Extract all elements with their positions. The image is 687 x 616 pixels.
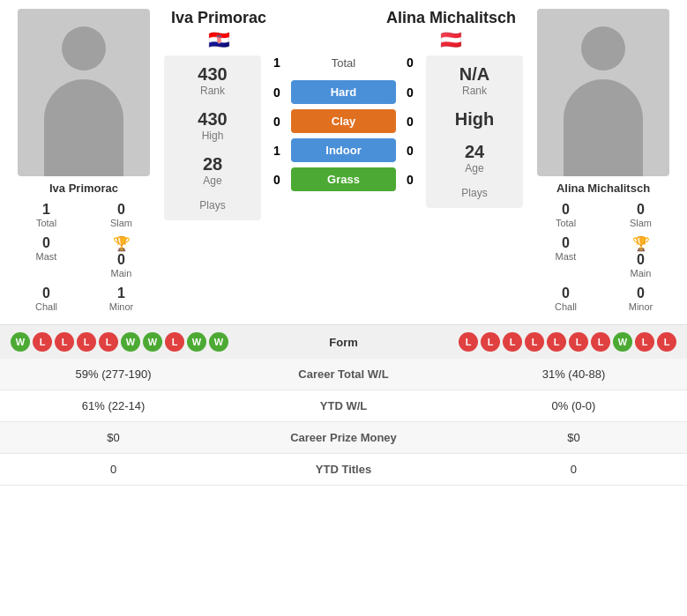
right-mast-label: Mast: [556, 251, 577, 262]
right-slam-value: 0: [637, 202, 645, 218]
right-player-title: Alina Michalitsch: [386, 9, 516, 27]
clay-badge: Clay: [291, 109, 396, 133]
right-age-label: Age: [465, 162, 483, 174]
clay-right: 0: [400, 115, 421, 129]
clay-left: 0: [266, 115, 287, 129]
stat-left-val: 59% (277-190): [0, 359, 227, 390]
main-content: Iva Primorac 1 Total 0 Slam 0 Mast 🏆 0: [0, 0, 687, 324]
stat-center-label: Career Total W/L: [227, 359, 460, 390]
right-chall-value: 0: [562, 286, 570, 301]
right-high-item: High: [455, 109, 494, 130]
right-form-badge: L: [481, 332, 500, 352]
left-player: Iva Primorac 1 Total 0 Slam 0 Mast 🏆 0: [9, 9, 159, 315]
left-form-badge: W: [121, 332, 140, 352]
form-label: Form: [228, 336, 459, 349]
right-chall-stat: 0 Chall: [528, 282, 603, 315]
right-total-value: 0: [562, 202, 570, 218]
left-age-item: 28 Age: [203, 154, 222, 187]
side-by-side: 430 Rank 430 High 28 Age Plays: [164, 56, 523, 220]
hard-left: 0: [266, 85, 287, 100]
hard-row: 0 Hard 0: [266, 80, 421, 104]
left-trophy: 🏆 0 Main: [84, 232, 159, 282]
stat-right-val: 0% (0-0): [460, 390, 687, 422]
left-form-badges: WLLLLWWLWW: [11, 332, 228, 352]
form-section: WLLLLWWLWW Form LLLLLLLWLL: [0, 324, 687, 359]
right-trophy-icon: 🏆: [632, 235, 650, 252]
left-form-badge: W: [209, 332, 228, 352]
left-minor-value: 1: [117, 286, 125, 301]
indoor-left: 1: [266, 144, 287, 158]
left-high-label: High: [202, 130, 224, 142]
trophy-icon: 🏆: [113, 235, 131, 252]
left-slam-label: Slam: [110, 218, 132, 228]
bottom-stats-table: 59% (277-190) Career Total W/L 31% (40-8…: [0, 359, 687, 486]
stat-center-label: YTD W/L: [227, 390, 460, 422]
left-mast-stat: 0 Mast: [9, 232, 84, 282]
right-mast-stat: 0 Mast: [528, 232, 603, 282]
left-slam-value: 0: [117, 202, 125, 218]
indoor-badge: Indoor: [291, 138, 396, 162]
right-age-item: 24 Age: [465, 142, 484, 174]
right-age-value: 24: [465, 142, 484, 162]
stat-center-label: Career Prize Money: [227, 422, 460, 454]
grass-right: 0: [400, 173, 421, 187]
right-form-badge: L: [657, 332, 676, 352]
left-player-title: Iva Primorac: [171, 9, 266, 27]
stat-right-val: 31% (40-88): [460, 359, 687, 390]
left-form-badge: W: [11, 332, 30, 352]
right-form-badge: L: [547, 332, 566, 352]
left-mast-value: 0: [42, 235, 50, 251]
left-player-stats: 1 Total 0 Slam 0 Mast 🏆 0 Main 0: [9, 198, 159, 315]
indoor-row: 1 Indoor 0: [266, 138, 421, 162]
right-form-badge: L: [591, 332, 610, 352]
right-high-value: High: [455, 109, 494, 130]
right-form-badge: W: [613, 332, 632, 352]
right-player-flag: 🇦🇹: [440, 29, 462, 50]
left-main-label: Main: [111, 268, 132, 278]
left-form-badge: L: [55, 332, 74, 352]
right-main-label: Main: [631, 268, 652, 278]
right-minor-value: 0: [637, 286, 645, 301]
stat-right-val: 0: [460, 454, 687, 486]
right-main-value: 0: [637, 252, 645, 268]
left-plays-item: Plays: [199, 199, 225, 212]
right-total-stat: 0 Total: [528, 198, 603, 232]
hard-right: 0: [400, 85, 421, 100]
right-player-stats: 0 Total 0 Slam 0 Mast 🏆 0 Main 0: [528, 198, 678, 315]
left-chall-label: Chall: [35, 301, 57, 312]
right-mast-value: 0: [562, 235, 570, 251]
stat-left-val: $0: [0, 422, 227, 454]
clay-row: 0 Clay 0: [266, 109, 421, 133]
left-total-label: Total: [36, 218, 56, 228]
right-form-badge: L: [635, 332, 654, 352]
right-trophy: 🏆 0 Main: [603, 232, 678, 282]
right-slam-stat: 0 Slam: [603, 198, 678, 232]
left-high-value: 430: [198, 109, 227, 130]
stat-left-val: 61% (22-14): [0, 390, 227, 422]
left-rank-value: 430: [198, 64, 227, 85]
left-form-badge: L: [77, 332, 96, 352]
left-rank-label: Rank: [200, 85, 225, 97]
hard-badge: Hard: [291, 80, 396, 104]
right-form-badges: LLLLLLLWLL: [459, 332, 676, 352]
right-minor-stat: 0 Minor: [603, 282, 678, 315]
left-age-label: Age: [203, 174, 221, 187]
right-rank-value: N/A: [459, 64, 489, 85]
left-form-badge: L: [99, 332, 118, 352]
stat-center-label: YTD Titles: [227, 454, 460, 486]
stats-row: 0 YTD Titles 0: [0, 454, 687, 486]
left-mast-label: Mast: [36, 251, 57, 262]
right-plays-label: Plays: [461, 187, 487, 199]
grass-row: 0 Grass 0: [266, 167, 421, 191]
left-form-badge: W: [187, 332, 206, 352]
left-minor-label: Minor: [109, 301, 134, 312]
right-player-photo: [537, 9, 669, 176]
right-stats-card: N/A Rank High 24 Age Plays: [426, 56, 523, 208]
left-total-stat: 1 Total: [9, 198, 84, 232]
total-right: 0: [400, 56, 421, 70]
surfaces-middle: 1 Total 0 0 Hard 0 0 Clay 0: [266, 56, 421, 191]
total-line: 1 Total 0: [266, 56, 421, 70]
right-slam-label: Slam: [630, 218, 652, 228]
stat-right-val: $0: [460, 422, 687, 454]
right-form-badge: L: [525, 332, 544, 352]
